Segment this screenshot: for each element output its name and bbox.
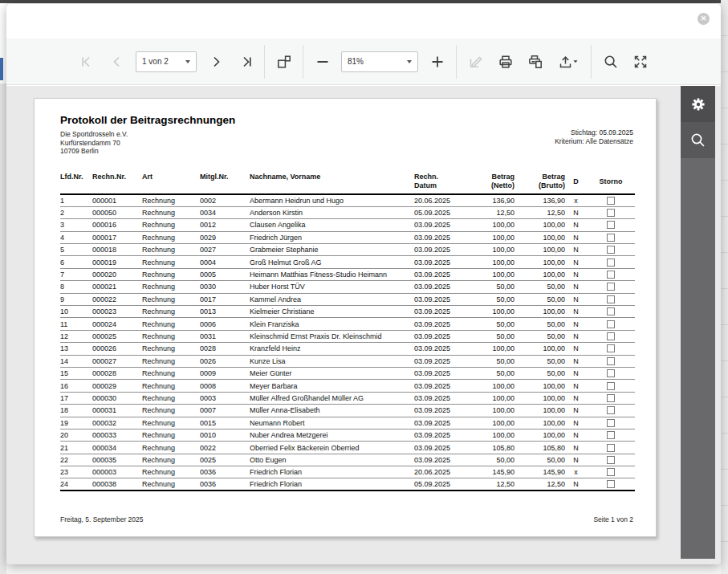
prev-page-icon — [109, 54, 125, 70]
cell-name: Kammel Andrea — [250, 293, 410, 305]
cell-lfdnr: 3 — [60, 219, 92, 231]
cell-mitglnr: 0029 — [200, 231, 250, 243]
cell-storno — [587, 454, 635, 466]
cell-art: Rechnung — [142, 219, 200, 231]
toolbar-separator — [591, 45, 592, 79]
background-top-strip — [0, 0, 721, 3]
cell-art: Rechnung — [142, 244, 200, 256]
close-icon[interactable]: ✕ — [697, 13, 710, 25]
cell-lfdnr: 20 — [60, 429, 92, 441]
cell-netto: 100,00 — [453, 417, 514, 429]
report-page-footer: Freitag, 5. September 2025 Seite 1 von 2 — [60, 515, 633, 523]
quick-print-button[interactable] — [520, 47, 550, 77]
cell-d: N — [565, 330, 587, 342]
first-page-button[interactable] — [72, 47, 102, 77]
edit-button[interactable] — [461, 47, 490, 77]
cell-d: N — [565, 392, 587, 404]
cell-rechnnr: 000001 — [92, 194, 142, 206]
cell-rechnnr: 000016 — [92, 219, 142, 231]
page-selector-dropdown[interactable]: 1 von 2 — [136, 51, 197, 72]
cell-name: Friedrich Florian — [250, 466, 410, 478]
col-header-mitglnr: Mitgl.Nr. — [200, 171, 250, 194]
search-button[interactable] — [596, 47, 625, 77]
cell-brutto: 136,90 — [514, 194, 565, 206]
cell-d: x — [565, 466, 587, 478]
cell-d: N — [565, 343, 587, 355]
cell-mitglnr: 0012 — [200, 219, 250, 231]
table-row: 5 000018 Rechnung 0027 Grabmeier Stephan… — [60, 244, 635, 256]
last-page-button[interactable] — [230, 47, 260, 77]
cell-netto: 100,00 — [453, 343, 514, 355]
storno-checkbox — [607, 246, 615, 254]
table-row: 1 000001 Rechnung 0002 Abermann Heidrun … — [60, 194, 635, 206]
table-row: 10 000023 Rechnung 0013 Kielmeier Christ… — [60, 306, 635, 318]
cell-brutto: 12,50 — [514, 478, 565, 491]
chevron-down-icon — [185, 60, 190, 63]
cell-datum: 03.09.2025 — [410, 392, 453, 404]
cell-rechnnr: 000023 — [92, 306, 142, 318]
cell-netto: 50,00 — [453, 330, 514, 342]
cell-brutto: 105,80 — [514, 442, 565, 454]
cell-art: Rechnung — [142, 367, 200, 379]
print-icon — [498, 54, 514, 70]
cell-brutto: 50,00 — [514, 367, 565, 379]
footer-date: Freitag, 5. September 2025 — [60, 515, 143, 523]
cell-lfdnr: 6 — [60, 256, 92, 268]
cell-art: Rechnung — [142, 343, 200, 355]
sidebar-search-button[interactable] — [681, 122, 715, 158]
cell-mitglnr: 0008 — [200, 380, 250, 392]
meta-line: Stichtag: 05.09.2025 — [555, 128, 633, 137]
cell-lfdnr: 14 — [60, 355, 92, 367]
cell-name: Huber Horst TÜV — [250, 281, 410, 293]
zoom-out-button[interactable] — [307, 47, 337, 77]
print-button[interactable] — [490, 47, 520, 77]
print-preview-dialog: ✕ 1 von 2 — [6, 4, 721, 564]
cell-brutto: 12,50 — [514, 206, 565, 218]
fullscreen-button[interactable] — [625, 47, 655, 77]
cell-rechnnr: 000027 — [92, 355, 142, 367]
cell-datum: 03.09.2025 — [410, 268, 453, 280]
cell-netto: 100,00 — [453, 219, 514, 231]
cell-lfdnr: 10 — [60, 306, 92, 318]
settings-button[interactable] — [681, 86, 715, 122]
edit-icon — [468, 54, 484, 70]
table-row: 7 000020 Rechnung 0005 Heimann Matthias … — [60, 268, 635, 280]
cell-lfdnr: 19 — [60, 417, 92, 429]
cell-brutto: 100,00 — [514, 244, 565, 256]
thumbnails-button[interactable] — [269, 47, 299, 77]
cell-lfdnr: 23 — [60, 466, 92, 478]
cell-art: Rechnung — [142, 293, 200, 305]
cell-d: N — [565, 244, 587, 256]
cell-d: N — [565, 355, 587, 367]
cell-brutto: 100,00 — [514, 417, 565, 429]
cell-lfdnr: 13 — [60, 343, 92, 355]
zoom-level-dropdown[interactable]: 81% — [341, 51, 418, 72]
table-header-row: Lfd.Nr. Rechn.Nr. Art Mitgl.Nr. Nachname… — [60, 171, 635, 194]
zoom-in-button[interactable] — [422, 47, 452, 77]
cell-mitglnr: 0031 — [200, 330, 250, 342]
export-button[interactable] — [550, 47, 587, 77]
cell-netto: 100,00 — [453, 405, 514, 417]
cell-datum: 03.09.2025 — [410, 405, 453, 417]
col-header-lfdnr: Lfd.Nr. — [60, 171, 92, 194]
storno-checkbox — [607, 419, 615, 427]
document-viewer-area: Protokoll der Beitragsrechnungen Die Spo… — [6, 86, 721, 564]
table-row: 15 000028 Rechnung 0009 Meier Günter 03.… — [60, 367, 635, 379]
cell-datum: 03.09.2025 — [410, 219, 453, 231]
cell-d: N — [565, 442, 587, 454]
col-header-art: Art — [142, 171, 200, 194]
cell-storno — [587, 281, 635, 293]
cell-name: Neumann Robert — [250, 417, 410, 429]
cell-name: Meier Günter — [250, 367, 410, 379]
cell-brutto: 50,00 — [514, 318, 565, 330]
cell-d: N — [565, 206, 587, 218]
storno-checkbox — [607, 382, 615, 390]
viewer-toolbar: 1 von 2 — [6, 39, 721, 85]
cell-d: x — [565, 194, 587, 206]
prev-page-button[interactable] — [102, 47, 132, 77]
cell-d: N — [565, 306, 587, 318]
next-page-button[interactable] — [201, 47, 230, 77]
cell-netto: 100,00 — [453, 244, 514, 256]
cell-rechnnr: 000021 — [92, 281, 142, 293]
table-row: 20 000033 Rechnung 0010 Nuber Andrea Met… — [60, 429, 635, 441]
